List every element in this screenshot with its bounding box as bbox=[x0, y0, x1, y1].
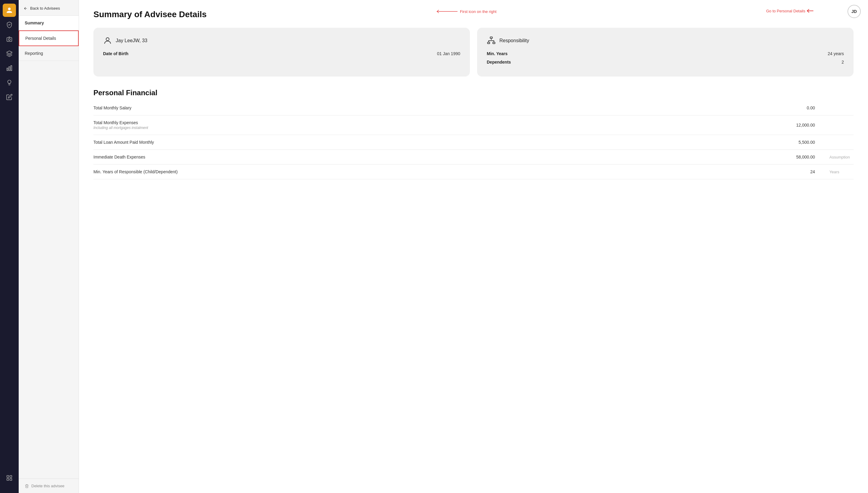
financial-right-1: 12,000.00 bbox=[791, 123, 853, 127]
financial-value-4: 24 bbox=[791, 169, 815, 174]
responsibility-card: Responsibility Min. Years 24 years Depen… bbox=[477, 28, 853, 77]
main-content: JD Summary of Advisee Details Go to Pers… bbox=[79, 0, 868, 493]
financial-value-2: 5,500.00 bbox=[791, 140, 815, 145]
svg-rect-8 bbox=[10, 478, 12, 480]
sidebar-icon-chart[interactable] bbox=[3, 62, 16, 75]
person-card: Jay LeeJW, 33 Date of Birth 01 Jan 1990 bbox=[93, 28, 470, 77]
dob-row: Date of Birth 01 Jan 1990 bbox=[103, 51, 460, 56]
sidebar-icon-grid[interactable] bbox=[3, 471, 16, 485]
person-card-icon bbox=[103, 36, 112, 45]
min-years-row: Min. Years 24 years bbox=[487, 51, 844, 56]
svg-rect-4 bbox=[11, 66, 12, 71]
financial-label-0: Total Monthly Salary bbox=[93, 105, 131, 110]
svg-rect-5 bbox=[7, 475, 9, 477]
svg-rect-11 bbox=[487, 42, 490, 44]
svg-rect-0 bbox=[7, 38, 12, 42]
min-years-label: Min. Years bbox=[487, 51, 507, 56]
financial-label-4: Min. Years of Responsible (Child/Depende… bbox=[93, 169, 177, 174]
delete-label: Delete this advisee bbox=[31, 484, 65, 488]
reporting-label: Reporting bbox=[25, 51, 43, 56]
financial-section-title: Personal Financial bbox=[93, 89, 853, 97]
svg-rect-10 bbox=[490, 37, 493, 39]
svg-point-1 bbox=[8, 39, 10, 40]
sidebar-item-summary[interactable]: Summary bbox=[19, 16, 79, 30]
org-chart-icon bbox=[487, 36, 496, 45]
personal-details-label: Personal Details bbox=[25, 36, 56, 41]
delete-advisee-button[interactable]: Delete this advisee bbox=[19, 478, 79, 493]
svg-rect-6 bbox=[10, 475, 12, 477]
sidebar-icon-pencil[interactable] bbox=[3, 90, 16, 104]
person-name: Jay LeeJW, 33 bbox=[116, 38, 147, 43]
financial-value-1: 12,000.00 bbox=[791, 123, 815, 127]
financial-label-2: Total Loan Amount Paid Monthly bbox=[93, 140, 154, 145]
cards-row: Jay LeeJW, 33 Date of Birth 01 Jan 1990 bbox=[93, 28, 853, 77]
financial-right-3: 58,000.00 Assumption bbox=[791, 155, 853, 159]
financial-row-2: Total Loan Amount Paid Monthly 5,500.00 bbox=[93, 135, 853, 150]
dependents-row: Dependents 2 bbox=[487, 60, 844, 64]
card-header: Jay LeeJW, 33 bbox=[103, 36, 460, 45]
financial-label-1: Total Monthly Expenses Including all mor… bbox=[93, 120, 148, 130]
sidebar-icon-shield[interactable] bbox=[3, 18, 16, 31]
sidebar-dark bbox=[0, 0, 19, 493]
sidebar-item-personal-details[interactable]: Personal Details bbox=[19, 30, 79, 46]
back-to-advisees[interactable]: Back to Advisees bbox=[19, 0, 79, 16]
svg-rect-7 bbox=[7, 478, 9, 480]
page-title: Summary of Advisee Details bbox=[93, 9, 853, 19]
svg-rect-12 bbox=[493, 42, 495, 44]
sidebar-icon-person[interactable] bbox=[3, 4, 16, 17]
responsibility-card-header: Responsibility bbox=[487, 36, 844, 45]
financial-value-0: 0.00 bbox=[791, 105, 815, 110]
avatar-initials: JD bbox=[851, 9, 857, 14]
min-years-value: 24 years bbox=[828, 51, 844, 56]
dob-value: 01 Jan 1990 bbox=[437, 51, 460, 56]
sidebar-item-reporting[interactable]: Reporting bbox=[19, 46, 79, 61]
sidebar-icon-layers[interactable] bbox=[3, 47, 16, 60]
financial-right-0: 0.00 bbox=[791, 105, 853, 110]
financial-row-4: Min. Years of Responsible (Child/Depende… bbox=[93, 165, 853, 179]
dependents-label: Dependents bbox=[487, 60, 511, 64]
sidebar-light: Back to Advisees Summary Personal Detail… bbox=[19, 0, 79, 493]
financial-table: Total Monthly Salary 0.00 Total Monthly … bbox=[93, 101, 853, 179]
financial-row-1: Total Monthly Expenses Including all mor… bbox=[93, 115, 853, 135]
svg-rect-3 bbox=[9, 67, 10, 70]
financial-right-2: 5,500.00 bbox=[791, 140, 853, 145]
summary-label: Summary bbox=[25, 21, 44, 25]
dependents-value: 2 bbox=[842, 60, 844, 64]
sidebar-icon-lightbulb[interactable] bbox=[3, 76, 16, 89]
user-avatar[interactable]: JD bbox=[847, 5, 861, 18]
financial-value-3: 58,000.00 bbox=[791, 155, 815, 159]
svg-rect-2 bbox=[7, 68, 8, 70]
financial-row-0: Total Monthly Salary 0.00 bbox=[93, 101, 853, 115]
financial-tag-3: Assumption bbox=[829, 155, 853, 159]
sidebar-bottom bbox=[0, 471, 19, 489]
back-label: Back to Advisees bbox=[30, 6, 60, 10]
svg-point-9 bbox=[106, 38, 109, 41]
financial-label-3: Immediate Death Expenses bbox=[93, 155, 145, 159]
responsibility-title: Responsibility bbox=[499, 38, 529, 43]
financial-right-4: 24 Years bbox=[791, 169, 853, 174]
financial-row-3: Immediate Death Expenses 58,000.00 Assum… bbox=[93, 150, 853, 165]
sidebar-icon-camera[interactable] bbox=[3, 33, 16, 46]
dob-label: Date of Birth bbox=[103, 51, 128, 56]
financial-tag-4: Years bbox=[829, 170, 853, 174]
